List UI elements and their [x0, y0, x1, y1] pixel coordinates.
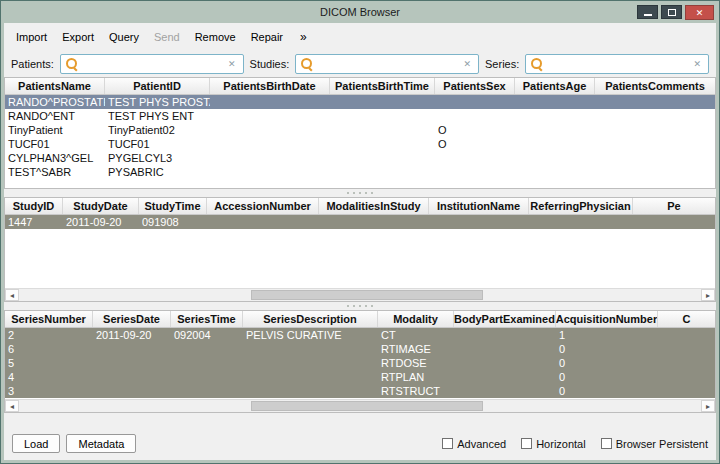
table-row[interactable]: TEST^SABRPYSABRIC	[5, 165, 715, 179]
clear-icon[interactable]: ✕	[461, 59, 473, 69]
advanced-checkbox[interactable]: Advanced	[442, 438, 506, 450]
column-header[interactable]: AcquisitionNumber	[556, 311, 658, 327]
horizontal-scrollbar[interactable]: ◂▸	[5, 288, 715, 301]
column-header[interactable]: PatientsBirthTime	[330, 78, 435, 94]
table-cell	[454, 384, 556, 398]
splitter-handle[interactable]	[4, 189, 716, 197]
toolbar-button-repair[interactable]: Repair	[251, 31, 283, 43]
column-header[interactable]: SeriesTime	[171, 311, 243, 327]
table-row[interactable]: RANDO^ENTTEST PHYS ENT	[5, 109, 715, 123]
toolbar-overflow-button[interactable]: »	[300, 30, 307, 44]
column-header[interactable]: Pe	[633, 198, 715, 214]
clear-icon[interactable]: ✕	[691, 59, 703, 69]
table-row[interactable]: CYLPHAN3^GELPYGELCYL3	[5, 151, 715, 165]
table-header: SeriesNumberSeriesDateSeriesTimeSeriesDe…	[5, 311, 715, 328]
table-cell: 1	[556, 328, 658, 342]
column-header[interactable]: PatientsSex	[435, 78, 515, 94]
series-search-input[interactable]	[547, 56, 691, 72]
scrollbar-thumb[interactable]	[251, 290, 483, 300]
studies-search-input[interactable]	[317, 56, 461, 72]
checkbox-icon[interactable]	[601, 438, 612, 449]
horizontal-checkbox[interactable]: Horizontal	[521, 438, 586, 450]
maximize-button[interactable]	[661, 5, 682, 19]
table-row[interactable]: 5RTDOSE0	[5, 356, 715, 370]
column-header[interactable]: StudyTime	[139, 198, 207, 214]
column-header[interactable]: StudyDate	[63, 198, 139, 214]
toolbar-button-query[interactable]: Query	[109, 31, 139, 43]
table-row[interactable]: 4RTPLAN0	[5, 370, 715, 384]
column-header[interactable]: PatientsBirthDate	[210, 78, 330, 94]
table-cell	[207, 215, 319, 229]
column-header[interactable]: PatientsName	[5, 78, 105, 94]
table-row[interactable]: TinyPatientTinyPatient02O	[5, 123, 715, 137]
table-row[interactable]: 3RTSTRUCT0	[5, 384, 715, 398]
toolbar-button-export[interactable]: Export	[62, 31, 94, 43]
studies-filter-label: Studies:	[250, 58, 290, 70]
table-cell: PYGELCYL3	[105, 151, 210, 165]
close-button[interactable]: ✕	[685, 5, 714, 20]
studies-search-box[interactable]: ✕	[295, 54, 479, 74]
column-header[interactable]: ModalitiesInStudy	[319, 198, 429, 214]
splitter-handle[interactable]	[4, 302, 716, 310]
table-header: PatientsNamePatientIDPatientsBirthDatePa…	[5, 78, 715, 95]
table-cell	[93, 370, 171, 384]
column-header[interactable]: PatientsComments	[595, 78, 715, 94]
column-header[interactable]: SeriesDescription	[243, 311, 378, 327]
title-bar[interactable]: DICOM Browser ✕	[1, 1, 719, 23]
table-cell	[435, 95, 515, 109]
scroll-right-icon[interactable]: ▸	[701, 289, 715, 301]
column-header[interactable]: ReferringPhysician	[529, 198, 633, 214]
metadata-button[interactable]: Metadata	[66, 434, 136, 453]
column-header[interactable]: Modality	[378, 311, 454, 327]
minimize-button[interactable]	[637, 5, 658, 19]
table-cell	[595, 151, 715, 165]
column-header[interactable]: BodyPartExamined	[454, 311, 556, 327]
table-cell	[658, 328, 715, 342]
scroll-left-icon[interactable]: ◂	[5, 400, 19, 412]
column-header[interactable]: SeriesDate	[93, 311, 171, 327]
table-row[interactable]: 14472011-09-20091908	[5, 215, 715, 229]
scrollbar-thumb[interactable]	[251, 401, 483, 411]
table-body: RANDO^PROSTATETEST PHYS PROSTATERANDO^EN…	[5, 95, 715, 188]
table-cell	[529, 215, 633, 229]
table-cell	[330, 123, 435, 137]
scrollbar-track[interactable]	[19, 289, 701, 301]
series-search-box[interactable]: ✕	[525, 54, 709, 74]
checkbox-label: Horizontal	[536, 438, 586, 450]
patients-search-box[interactable]: ✕	[60, 54, 244, 74]
scrollbar-track[interactable]	[19, 400, 701, 412]
load-button[interactable]: Load	[12, 434, 60, 453]
table-row[interactable]: 22011-09-20092004PELVIS CURATIVECT1	[5, 328, 715, 342]
table-cell	[210, 123, 330, 137]
toolbar-button-import[interactable]: Import	[16, 31, 47, 43]
table-row[interactable]: TUCF01TUCF01O	[5, 137, 715, 151]
table-cell	[595, 95, 715, 109]
toolbar-button-remove[interactable]: Remove	[195, 31, 236, 43]
column-header[interactable]: C	[658, 311, 715, 327]
scroll-right-icon[interactable]: ▸	[701, 400, 715, 412]
table-row[interactable]: 6RTIMAGE0	[5, 342, 715, 356]
table-cell	[658, 384, 715, 398]
column-header[interactable]: PatientsAge	[515, 78, 595, 94]
table-cell: TEST^SABR	[5, 165, 105, 179]
browser-persistent-checkbox[interactable]: Browser Persistent	[601, 438, 708, 450]
column-header[interactable]: InstitutionName	[429, 198, 529, 214]
table-cell	[171, 342, 243, 356]
column-header[interactable]: AccessionNumber	[207, 198, 319, 214]
horizontal-scrollbar[interactable]: ◂▸	[5, 399, 715, 412]
table-cell: TinyPatient02	[105, 123, 210, 137]
checkbox-icon[interactable]	[521, 438, 532, 449]
checkbox-icon[interactable]	[442, 438, 453, 449]
table-row[interactable]: RANDO^PROSTATETEST PHYS PROSTATE	[5, 95, 715, 109]
patients-search-input[interactable]	[82, 56, 226, 72]
splitter-grip-icon	[359, 305, 361, 307]
table-cell: 091908	[139, 215, 207, 229]
table-cell	[454, 370, 556, 384]
scroll-left-icon[interactable]: ◂	[5, 289, 19, 301]
column-header[interactable]: PatientID	[105, 78, 210, 94]
column-header[interactable]: StudyID	[5, 198, 63, 214]
column-header[interactable]: SeriesNumber	[5, 311, 93, 327]
table-cell: 0	[556, 370, 658, 384]
window-content: Import Export Query Send Remove Repair »…	[4, 23, 716, 460]
clear-icon[interactable]: ✕	[226, 59, 238, 69]
